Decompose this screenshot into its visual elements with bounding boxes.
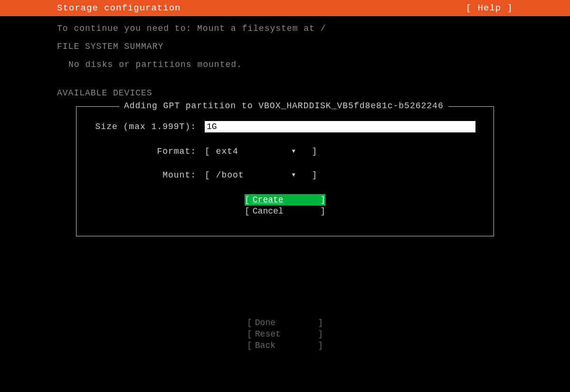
size-label: Size (max 1.999T):	[86, 122, 205, 131]
create-button[interactable]: [ Create ]	[245, 194, 325, 205]
bracket-right: ]	[306, 147, 318, 156]
header-bar: Storage configuration [ Help ]	[0, 0, 570, 16]
mount-row: Mount: [ /boot ▼ ]	[86, 170, 484, 180]
back-button-label: Back	[255, 340, 315, 351]
reset-button-label: Reset	[255, 328, 315, 340]
help-button[interactable]: [ Help ]	[466, 3, 513, 13]
bracket-right: ]	[315, 340, 323, 351]
bracket-right: ]	[317, 194, 325, 205]
done-button-label: Done	[255, 317, 315, 328]
mount-label: Mount:	[86, 170, 205, 180]
create-button-label: Create	[253, 194, 317, 205]
format-label: Format:	[86, 147, 205, 156]
dialog-title: Adding GPT partition to VBOX_HARDDISK_VB…	[119, 101, 448, 111]
bracket-left: [	[205, 170, 216, 180]
filesystem-summary-text: No disks or partitions mounted.	[68, 60, 513, 69]
continue-info-message: To continue you need to: Mount a filesys…	[57, 24, 513, 33]
bracket-right: ]	[306, 170, 318, 180]
cancel-button[interactable]: [ Cancel ]	[245, 205, 325, 217]
bracket-right: ]	[315, 328, 323, 340]
bracket-right: ]	[315, 317, 323, 328]
size-row: Size (max 1.999T):	[86, 121, 484, 132]
bracket-left: [	[247, 328, 255, 340]
format-dropdown[interactable]: [ ext4 ▼ ]	[205, 147, 317, 156]
main-content: To continue you need to: Mount a filesys…	[0, 16, 570, 351]
filesystem-summary-heading: FILE SYSTEM SUMMARY	[57, 42, 513, 51]
bracket-left: [	[247, 340, 255, 351]
mount-dropdown[interactable]: [ /boot ▼ ]	[205, 170, 317, 180]
reset-button[interactable]: [ Reset ]	[247, 328, 323, 340]
chevron-down-icon: ▼	[292, 172, 306, 178]
mount-value: /boot	[216, 170, 292, 180]
bracket-left: [	[245, 194, 253, 205]
add-partition-dialog: Adding GPT partition to VBOX_HARDDISK_VB…	[76, 106, 494, 236]
bracket-left: [	[205, 147, 216, 156]
bracket-left: [	[247, 317, 255, 328]
bracket-left: [	[245, 205, 253, 217]
page-title: Storage configuration	[57, 3, 180, 13]
format-row: Format: [ ext4 ▼ ]	[86, 147, 484, 156]
available-devices-heading: AVAILABLE DEVICES	[57, 88, 513, 98]
back-button[interactable]: [ Back ]	[247, 340, 323, 351]
done-button[interactable]: [ Done ]	[247, 317, 323, 328]
dialog-button-group: [ Create ] [ Cancel ]	[86, 194, 484, 217]
chevron-down-icon: ▼	[292, 148, 306, 155]
format-value: ext4	[216, 147, 292, 156]
bracket-right: ]	[317, 205, 325, 217]
footer-button-group: [ Done ] [ Reset ] [ Back ]	[57, 317, 513, 351]
size-input[interactable]	[205, 121, 475, 132]
cancel-button-label: Cancel	[253, 205, 317, 217]
